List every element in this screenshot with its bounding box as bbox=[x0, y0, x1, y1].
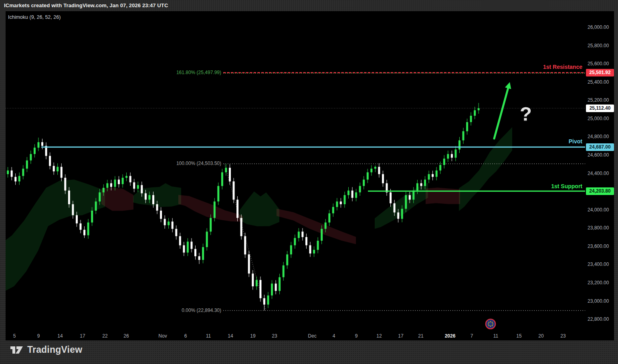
time-tick-label: 26 bbox=[123, 333, 129, 339]
time-tick-label: 15 bbox=[516, 333, 521, 339]
time-tick-label: Dec bbox=[308, 333, 316, 339]
ichimoku-cloud bbox=[6, 127, 512, 294]
price-axis-badge: 24,203.80 bbox=[586, 187, 614, 195]
price-tick-label: 25,200.00 bbox=[588, 97, 618, 103]
tradingview-logo-text: TradingView bbox=[27, 344, 82, 355]
pivot-label[interactable]: Pivot bbox=[569, 138, 582, 145]
fib-100-label[interactable]: 100.00% (24,503.50) bbox=[176, 161, 221, 166]
time-tick-label: 21 bbox=[418, 333, 423, 339]
price-tick-label: 24,600.00 bbox=[588, 152, 618, 158]
price-tick-label: 24,000.00 bbox=[588, 207, 618, 213]
time-tick-label: 7 bbox=[471, 333, 473, 339]
time-tick-label: 11 bbox=[206, 333, 211, 339]
price-tick-label: 25,600.00 bbox=[588, 60, 618, 67]
price-axis-badge: 25,112.40 bbox=[586, 105, 614, 112]
time-tick-label: 20 bbox=[538, 333, 543, 339]
price-tick-label: 25,000.00 bbox=[588, 115, 618, 122]
time-tick-label: 12 bbox=[376, 333, 382, 339]
level-lines-front bbox=[41, 72, 585, 191]
time-tick-label: 5 bbox=[13, 333, 16, 339]
time-tick-label: 2026 bbox=[445, 333, 456, 339]
watermark-header: ICmarkets created with TradingView.com, … bbox=[0, 0, 618, 11]
price-tick-label: 22,800.00 bbox=[588, 316, 618, 322]
time-tick-label: 17 bbox=[80, 333, 85, 339]
price-tick-label: 24,400.00 bbox=[588, 170, 618, 177]
price-tick-label: 23,000.00 bbox=[588, 298, 618, 304]
support-label[interactable]: 1st Support bbox=[551, 183, 582, 189]
price-axis-badge: 25,501.92 bbox=[586, 69, 614, 76]
price-tick-label: 23,600.00 bbox=[588, 243, 618, 249]
price-tick-label: 23,800.00 bbox=[588, 225, 618, 231]
indicator-legend[interactable]: Ichimoku (9, 26, 52, 26) bbox=[8, 14, 61, 20]
fib-0-label[interactable]: 0.00% (22,894.30) bbox=[182, 308, 221, 313]
bottom-bar: TradingView bbox=[0, 340, 618, 364]
time-tick-label: 9 bbox=[37, 333, 40, 339]
time-tick-label: 23 bbox=[560, 333, 565, 339]
watermark-text: ICmarkets created with TradingView.com, … bbox=[4, 2, 168, 8]
chart-canvas[interactable] bbox=[6, 11, 585, 330]
time-tick-label: 6 bbox=[184, 333, 187, 339]
price-tick-label: 25,400.00 bbox=[588, 79, 618, 85]
price-tick-label: 23,200.00 bbox=[588, 280, 618, 286]
time-tick-label: 14 bbox=[57, 333, 63, 339]
tradingview-logo[interactable]: TradingView bbox=[10, 344, 82, 355]
price-tick-label: 25,800.00 bbox=[588, 42, 618, 49]
question-mark-annotation[interactable]: ? bbox=[514, 103, 538, 125]
tradingview-logo-icon bbox=[10, 345, 23, 355]
time-tick-label: Nov bbox=[158, 333, 167, 339]
time-tick-label: 22 bbox=[102, 333, 107, 339]
price-tick-label: 26,000.00 bbox=[588, 24, 618, 30]
economic-event-eu-flag-icon[interactable] bbox=[485, 318, 496, 331]
time-tick-label: 19 bbox=[250, 333, 255, 339]
price-tick-label: 23,400.00 bbox=[588, 261, 618, 267]
up-arrow-annotation[interactable] bbox=[494, 82, 511, 139]
fib-161-label[interactable]: 161.80% (25,497.99) bbox=[176, 70, 221, 75]
price-tick-label: 24,800.00 bbox=[588, 133, 618, 140]
time-tick-label: 14 bbox=[228, 333, 233, 339]
time-tick-label: 4 bbox=[333, 333, 335, 339]
time-tick-label: 11 bbox=[493, 333, 498, 339]
resistance-label[interactable]: 1st Resistance bbox=[543, 64, 582, 70]
chart-area[interactable]: Ichimoku (9, 26, 52, 26) 1st Resistance … bbox=[6, 11, 614, 340]
time-tick-label: 23 bbox=[272, 333, 277, 339]
time-tick-label: 9 bbox=[355, 333, 358, 339]
price-axis-badge: 24,687.00 bbox=[586, 143, 614, 151]
time-tick-label: 17 bbox=[398, 333, 403, 339]
